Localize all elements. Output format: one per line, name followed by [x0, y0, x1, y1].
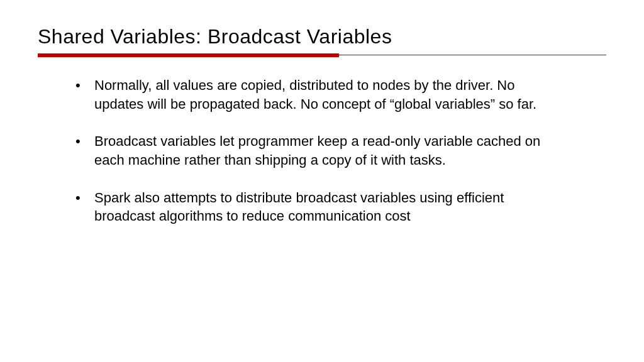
bullet-list: Normally, all values are copied, distrib… [75, 76, 556, 226]
list-item: Spark also attempts to distribute broadc… [75, 189, 556, 226]
list-item: Broadcast variables let programmer keep … [75, 132, 556, 169]
rule-thick [38, 53, 339, 57]
title-rule [38, 53, 606, 57]
list-item: Normally, all values are copied, distrib… [75, 76, 556, 113]
slide-content: Normally, all values are copied, distrib… [38, 76, 606, 226]
slide-title: Shared Variables: Broadcast Variables [38, 25, 606, 48]
